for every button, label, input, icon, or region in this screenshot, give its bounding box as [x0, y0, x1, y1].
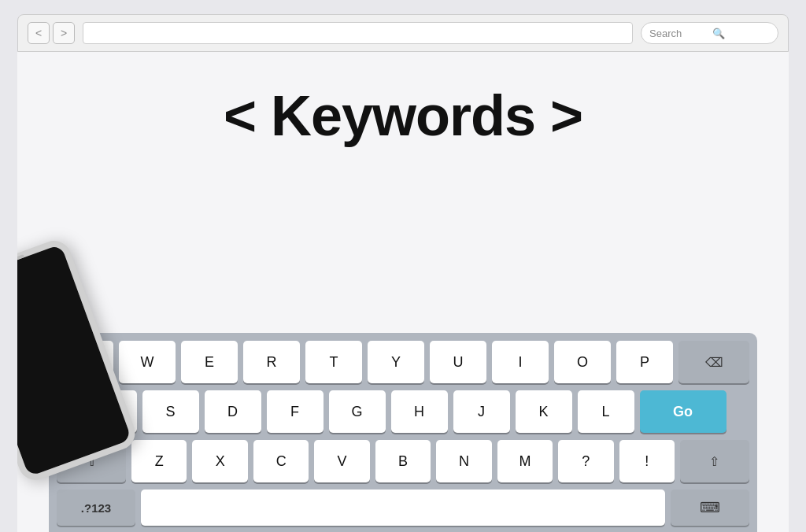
- key-t[interactable]: T: [305, 341, 362, 383]
- keyboard-icon: ⌨: [700, 499, 720, 516]
- space-key[interactable]: [141, 490, 665, 526]
- keyboard: Q W E R T Y U I O P ⌫ A S D F G: [49, 333, 757, 532]
- numbers-key[interactable]: .?123: [57, 490, 135, 526]
- key-s[interactable]: S: [142, 390, 199, 433]
- key-j[interactable]: J: [453, 390, 510, 433]
- back-button[interactable]: <: [28, 22, 50, 44]
- key-r[interactable]: R: [243, 341, 300, 383]
- keyboard-bottom-row: .?123 ⌨: [57, 490, 749, 532]
- key-e[interactable]: E: [181, 341, 238, 383]
- browser-bar: < > Search 🔍: [17, 14, 789, 52]
- key-f[interactable]: F: [267, 390, 324, 433]
- key-c[interactable]: C: [253, 440, 309, 482]
- url-bar[interactable]: [83, 22, 633, 44]
- nav-buttons: < >: [28, 22, 75, 44]
- keyboard-row-2: A S D F G H J K L Go: [57, 390, 749, 433]
- key-m[interactable]: M: [497, 440, 553, 482]
- key-d[interactable]: D: [205, 390, 261, 433]
- key-v[interactable]: V: [314, 440, 369, 482]
- key-i[interactable]: I: [492, 341, 549, 383]
- key-n[interactable]: N: [436, 440, 491, 482]
- go-key[interactable]: Go: [640, 390, 727, 433]
- key-y[interactable]: Y: [368, 341, 424, 383]
- search-box[interactable]: Search 🔍: [641, 22, 778, 44]
- key-b[interactable]: B: [375, 440, 431, 482]
- search-icon: 🔍: [712, 28, 771, 39]
- key-l[interactable]: L: [578, 390, 634, 433]
- shift-key-right[interactable]: ⇧: [680, 440, 749, 482]
- search-placeholder-text: Search: [649, 28, 708, 39]
- key-p[interactable]: P: [616, 341, 673, 383]
- key-exclamation[interactable]: !: [619, 440, 675, 482]
- key-g[interactable]: G: [329, 390, 386, 433]
- key-h[interactable]: H: [391, 390, 448, 433]
- keyboard-row-1: Q W E R T Y U I O P ⌫: [57, 341, 749, 383]
- keyboard-icon-key[interactable]: ⌨: [671, 490, 749, 526]
- keyboard-area: Q W E R T Y U I O P ⌫ A S D F G: [49, 333, 757, 532]
- key-x[interactable]: X: [192, 440, 247, 482]
- key-k[interactable]: K: [516, 390, 572, 433]
- delete-key[interactable]: ⌫: [678, 341, 749, 383]
- keywords-heading: < Keywords >: [224, 83, 582, 148]
- delete-icon: ⌫: [705, 355, 723, 370]
- key-o[interactable]: O: [554, 341, 611, 383]
- key-z[interactable]: Z: [131, 440, 187, 482]
- key-u[interactable]: U: [430, 341, 486, 383]
- main-content: < Keywords > Q W E R T Y U I O P ⌫: [17, 52, 789, 532]
- key-w[interactable]: W: [119, 341, 176, 383]
- keyboard-row-3: ⇧ Z X C V B N M ? ! ⇧: [57, 440, 749, 482]
- forward-button[interactable]: >: [53, 22, 75, 44]
- key-question[interactable]: ?: [558, 440, 613, 482]
